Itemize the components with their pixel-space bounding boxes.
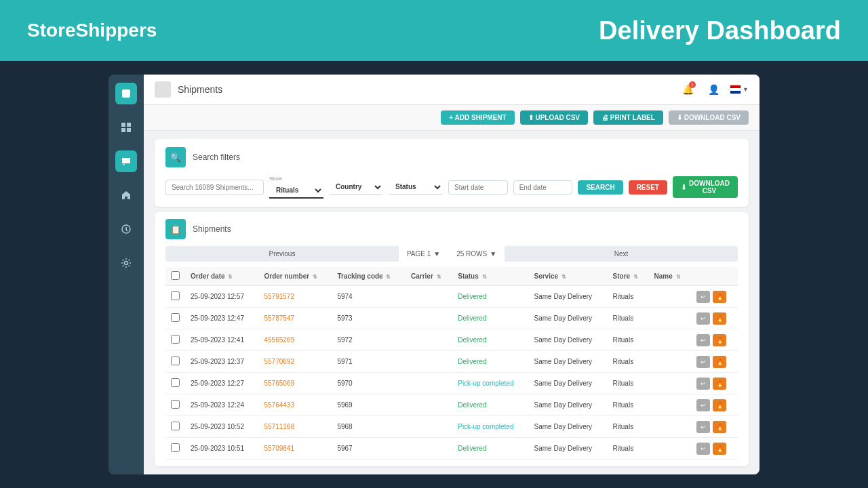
- cell-carrier-4: [406, 373, 452, 394]
- col-store[interactable]: Store ⇅: [608, 267, 649, 286]
- sidebar-icon-message[interactable]: [115, 150, 137, 172]
- row-checkbox-2[interactable]: [171, 335, 180, 344]
- cell-service-5: Same Day Delivery: [529, 394, 608, 416]
- select-all-checkbox[interactable]: [171, 271, 180, 280]
- edit-button-4[interactable]: ↩: [696, 378, 710, 390]
- cell-order-6[interactable]: 55711168: [259, 416, 332, 438]
- cell-name-6: [649, 416, 692, 438]
- col-actions: [691, 267, 738, 286]
- status-select[interactable]: Status: [389, 179, 443, 195]
- edit-button-6[interactable]: ↩: [696, 421, 710, 433]
- cell-order-0[interactable]: 55791572: [259, 286, 332, 308]
- cell-date-6: 25-09-2023 10:52: [185, 416, 259, 438]
- cell-status-3: Delivered: [452, 351, 528, 373]
- download-csv-button[interactable]: ⬇ DOWNLOAD CSV: [669, 110, 749, 125]
- end-date-input[interactable]: [513, 180, 573, 195]
- start-date-input[interactable]: [448, 180, 508, 195]
- row-checkbox-7[interactable]: [171, 443, 180, 452]
- topbar-left: Shipments: [155, 81, 222, 98]
- fire-button-3[interactable]: 🔥: [713, 356, 726, 368]
- cell-tracking-4: 5970: [332, 373, 406, 394]
- edit-button-0[interactable]: ↩: [696, 291, 710, 303]
- table-row: 25-09-2023 10:51 55709841 5967 Delivered…: [165, 438, 738, 460]
- cell-tracking-7: 5967: [332, 438, 406, 460]
- add-shipment-button[interactable]: + ADD SHIPMENT: [441, 110, 514, 125]
- topbar-menu-icon[interactable]: [155, 81, 171, 98]
- cell-order-2[interactable]: 45565269: [259, 329, 332, 351]
- notification-icon[interactable]: 🔔 1: [678, 80, 697, 99]
- row-checkbox-3[interactable]: [171, 357, 180, 365]
- col-tracking-code[interactable]: Tracking code ⇅: [332, 267, 406, 286]
- svg-rect-0: [122, 89, 130, 98]
- col-status[interactable]: Status ⇅: [452, 267, 528, 286]
- fire-button-7[interactable]: 🔥: [713, 443, 726, 455]
- download-results-button[interactable]: ⬇ DOWNLOAD CSV: [673, 176, 738, 198]
- cell-order-1[interactable]: 55787547: [259, 308, 332, 329]
- upload-csv-button[interactable]: ⬆ UPLOAD CSV: [520, 110, 588, 125]
- cell-actions-3: ↩ 🔥: [691, 351, 738, 373]
- cell-store-4: Rituals: [608, 373, 649, 394]
- row-checkbox-0[interactable]: [171, 291, 180, 300]
- cell-service-0: Same Day Delivery: [529, 286, 608, 308]
- cell-name-1: [649, 308, 692, 329]
- fire-button-1[interactable]: 🔥: [713, 312, 726, 325]
- search-button[interactable]: SEARCH: [578, 180, 623, 195]
- cell-name-7: [649, 438, 692, 460]
- col-order-number[interactable]: Order number ⇅: [259, 267, 332, 286]
- reset-button[interactable]: RESET: [629, 180, 667, 195]
- table-row: 25-09-2023 12:37 55770692 5971 Delivered…: [165, 351, 738, 373]
- fire-button-6[interactable]: 🔥: [713, 421, 726, 433]
- sidebar-icon-house[interactable]: [115, 184, 137, 206]
- cell-status-4: Pick-up completed: [452, 373, 528, 394]
- col-name[interactable]: Name ⇅: [649, 267, 692, 286]
- col-order-date[interactable]: Order date ⇅: [185, 267, 259, 286]
- col-service[interactable]: Service ⇅: [529, 267, 608, 286]
- cell-status-5: Delivered: [452, 394, 528, 416]
- cell-date-3: 25-09-2023 12:37: [185, 351, 259, 373]
- sidebar-icon-home[interactable]: [115, 83, 137, 104]
- row-checkbox-1[interactable]: [171, 313, 180, 322]
- row-checkbox-4[interactable]: [171, 378, 180, 387]
- prev-page-button[interactable]: Previous: [165, 246, 399, 262]
- cell-tracking-3: 5971: [332, 351, 406, 373]
- cell-actions-0: ↩ 🔥: [691, 286, 738, 308]
- table-row: 25-09-2023 10:52 55711168 5968 Pick-up c…: [165, 416, 738, 438]
- rows-per-page[interactable]: 25 ROWS ▼: [448, 250, 505, 258]
- row-checkbox-6[interactable]: [171, 422, 180, 430]
- edit-button-1[interactable]: ↩: [696, 312, 710, 325]
- country-select[interactable]: Country: [329, 179, 383, 195]
- notification-badge: 1: [689, 81, 696, 88]
- search-input[interactable]: [165, 180, 264, 195]
- logo: StoreShippers: [27, 20, 157, 41]
- cell-store-0: Rituals: [608, 286, 649, 308]
- cell-order-3[interactable]: 55770692: [259, 351, 332, 373]
- flag-icon[interactable]: ▼: [730, 80, 749, 99]
- edit-button-2[interactable]: ↩: [696, 334, 710, 346]
- cell-actions-7: ↩ 🔥: [691, 438, 738, 460]
- cell-order-7[interactable]: 55709841: [259, 438, 332, 460]
- topbar-title: Shipments: [178, 84, 222, 95]
- sidebar-icon-clock[interactable]: [115, 218, 137, 240]
- user-icon[interactable]: 👤: [704, 80, 723, 99]
- cell-order-4[interactable]: 55765069: [259, 373, 332, 394]
- store-filter: Store Rituals: [269, 176, 323, 199]
- cell-actions-5: ↩ 🔥: [691, 394, 738, 416]
- cell-carrier-7: [406, 438, 452, 460]
- edit-button-3[interactable]: ↩: [696, 356, 710, 368]
- fire-button-4[interactable]: 🔥: [713, 378, 726, 390]
- row-checkbox-5[interactable]: [171, 400, 180, 409]
- fire-button-0[interactable]: 🔥: [713, 291, 726, 303]
- cell-order-5[interactable]: 55764433: [259, 394, 332, 416]
- store-select[interactable]: Rituals: [269, 183, 323, 199]
- fire-button-2[interactable]: 🔥: [713, 334, 726, 346]
- fire-button-5[interactable]: 🔥: [713, 399, 726, 411]
- cell-tracking-2: 5972: [332, 329, 406, 351]
- sidebar-icon-grid[interactable]: [115, 117, 137, 138]
- edit-button-5[interactable]: ↩: [696, 399, 710, 411]
- cell-name-4: [649, 373, 692, 394]
- print-label-button[interactable]: 🖨 PRINT LABEL: [593, 110, 663, 125]
- sidebar-icon-settings[interactable]: [115, 252, 137, 274]
- next-page-button[interactable]: Next: [505, 246, 738, 262]
- edit-button-7[interactable]: ↩: [696, 443, 710, 455]
- col-carrier[interactable]: Carrier ⇅: [406, 267, 452, 286]
